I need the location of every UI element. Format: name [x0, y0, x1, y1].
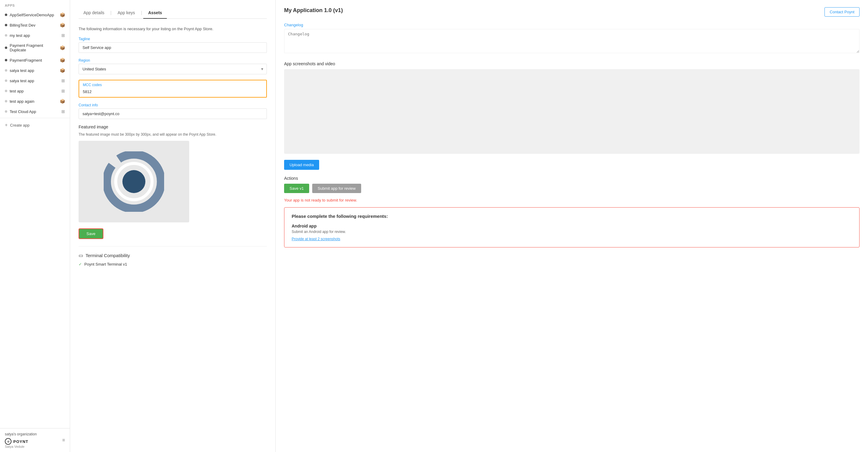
sidebar-dot: [5, 90, 7, 92]
contact-poynt-button[interactable]: Contact Poynt: [825, 7, 860, 17]
mcc-field: MCC codes: [79, 80, 267, 98]
requirements-title: Please complete the following requiremen…: [292, 214, 852, 219]
contact-field: Contact info: [79, 103, 267, 119]
sidebar-item-label: AppSelfServiceDemoApp: [10, 13, 54, 17]
sidebar-item-testapp[interactable]: test app ⊞: [0, 86, 70, 96]
sidebar-dot: [5, 46, 7, 49]
sidebar-dot: [5, 79, 7, 82]
req-item-title: Android app: [292, 224, 852, 228]
sidebar-item-label: Payment Fragment Duplicate: [10, 43, 60, 52]
sidebar-divider: [0, 118, 70, 118]
sidebar-item-label: Test Cloud App: [10, 109, 36, 114]
save-button[interactable]: Save: [79, 228, 103, 239]
sidebar-item-billingtestdev[interactable]: BillingTest Dev 📦: [0, 20, 70, 30]
featured-image-title: Featured image: [79, 125, 267, 129]
requirements-box: Please complete the following requiremen…: [284, 207, 860, 248]
sidebar-dot: [5, 13, 7, 16]
check-icon: ✓: [79, 262, 82, 266]
actions-row: Save v1 Submit app for review: [284, 184, 860, 193]
package-icon: 📦: [60, 68, 65, 73]
sidebar-item-label: BillingTest Dev: [10, 23, 35, 28]
region-label: Region: [79, 58, 267, 63]
plus-icon: +: [5, 122, 7, 128]
sidebar: APPS AppSelfServiceDemoApp 📦 BillingTest…: [0, 0, 70, 452]
upload-media-button[interactable]: Upload media: [284, 160, 319, 170]
sidebar-item-label: satya test app: [10, 68, 34, 73]
requirement-item: Android app Submit an Android app for re…: [292, 224, 852, 241]
package-icon: 📦: [60, 45, 65, 50]
sidebar-header: APPS: [0, 1, 70, 10]
layers-icon: ⊞: [61, 78, 65, 83]
package-icon: 📦: [60, 12, 65, 17]
tagline-label: Tagline: [79, 37, 267, 41]
tabs: App details | App keys | Assets: [79, 7, 267, 19]
sidebar-dot: [5, 100, 7, 102]
terminal-item: ✓ Poynt Smart Terminal v1: [79, 262, 267, 266]
sidebar-item-appselfservicedemoapp[interactable]: AppSelfServiceDemoApp 📦: [0, 10, 70, 20]
req-item-link[interactable]: Provide at least 2 screenshots: [292, 237, 340, 241]
req-item-desc: Submit an Android app for review.: [292, 230, 852, 234]
sidebar-item-label: test app: [10, 89, 24, 93]
featured-image-box: [79, 141, 189, 222]
tab-app-keys[interactable]: App keys: [113, 7, 140, 19]
region-select[interactable]: United States Canada United Kingdom: [79, 64, 267, 74]
sidebar-item-satyatestapp2[interactable]: satya test app ⊞: [0, 75, 70, 86]
layers-icon: ⊞: [61, 33, 65, 38]
changelog-label: Changelog: [284, 23, 860, 27]
screenshots-section: App screenshots and video: [284, 61, 860, 154]
sidebar-item-paymentfragmentduplicate[interactable]: Payment Fragment Duplicate 📦: [0, 40, 70, 55]
region-field: Region United States Canada United Kingd…: [79, 58, 267, 74]
terminal-section: ▭ Terminal Compatibility ✓ Poynt Smart T…: [79, 246, 267, 266]
sidebar-item-label: PaymentFragment: [10, 58, 42, 63]
sidebar-dot: [5, 69, 7, 72]
poynt-logo-text: POYNT: [13, 439, 28, 444]
left-panel: App details | App keys | Assets The foll…: [70, 0, 276, 452]
package-icon: 📦: [60, 58, 65, 63]
poynt-logo: ◎ POYNT: [5, 438, 37, 445]
layers-icon: ⊞: [61, 109, 65, 114]
region-select-wrapper: United States Canada United Kingdom: [79, 64, 267, 74]
create-app-button[interactable]: + Create app: [0, 119, 70, 131]
contact-input[interactable]: [79, 108, 267, 119]
sidebar-dot: [5, 110, 7, 113]
featured-image-section: Featured image The featured image must b…: [79, 125, 267, 222]
sidebar-dot: [5, 59, 7, 61]
tab-divider: |: [109, 7, 113, 19]
tagline-input[interactable]: [79, 42, 267, 53]
sidebar-item-testappagain[interactable]: test app again 📦: [0, 96, 70, 106]
mcc-input[interactable]: [79, 88, 266, 97]
create-app-label: Create app: [10, 123, 29, 128]
right-panel: My Application 1.0 (v1) Contact Poynt Ch…: [276, 0, 868, 452]
tab-app-details[interactable]: App details: [79, 7, 109, 19]
app-header: My Application 1.0 (v1) Contact Poynt: [284, 7, 860, 17]
actions-section: Actions Save v1 Submit app for review: [284, 176, 860, 193]
app-logo-svg: [104, 151, 164, 212]
sidebar-item-paymentfragment[interactable]: PaymentFragment 📦: [0, 55, 70, 65]
main-content: App details | App keys | Assets The foll…: [70, 0, 868, 452]
sidebar-item-satyatestapp1[interactable]: satya test app 📦: [0, 65, 70, 75]
sidebar-item-label: my test app: [10, 33, 30, 38]
tab-divider: |: [140, 7, 144, 19]
poynt-logo-icon: ◎: [5, 438, 11, 445]
tab-assets[interactable]: Assets: [143, 7, 167, 19]
sidebar-dot: [5, 34, 7, 37]
package-icon: 📦: [60, 99, 65, 104]
submit-review-button[interactable]: Submit app for review: [312, 184, 361, 193]
sidebar-footer: satya's organization ◎ POYNT Satya Vedul…: [0, 428, 70, 452]
sidebar-item-label: test app again: [10, 99, 34, 104]
changelog-section: Changelog: [284, 23, 860, 54]
contact-label: Contact info: [79, 103, 267, 107]
terminal-icon: ▭: [79, 253, 83, 258]
menu-icon[interactable]: ≡: [62, 438, 65, 443]
form-description: The following information is necessary f…: [79, 26, 267, 32]
sidebar-item-testcloudapp[interactable]: Test Cloud App ⊞: [0, 106, 70, 117]
save-v1-button[interactable]: Save v1: [284, 184, 309, 193]
terminal-item-label: Poynt Smart Terminal v1: [84, 262, 127, 266]
terminal-title: ▭ Terminal Compatibility: [79, 253, 267, 258]
mcc-label: MCC codes: [79, 80, 266, 87]
app-title: My Application 1.0 (v1): [284, 7, 343, 13]
changelog-textarea[interactable]: [284, 29, 860, 53]
screenshots-title: App screenshots and video: [284, 61, 860, 66]
svg-point-2: [122, 170, 145, 193]
sidebar-item-mytestapp[interactable]: my test app ⊞: [0, 30, 70, 40]
